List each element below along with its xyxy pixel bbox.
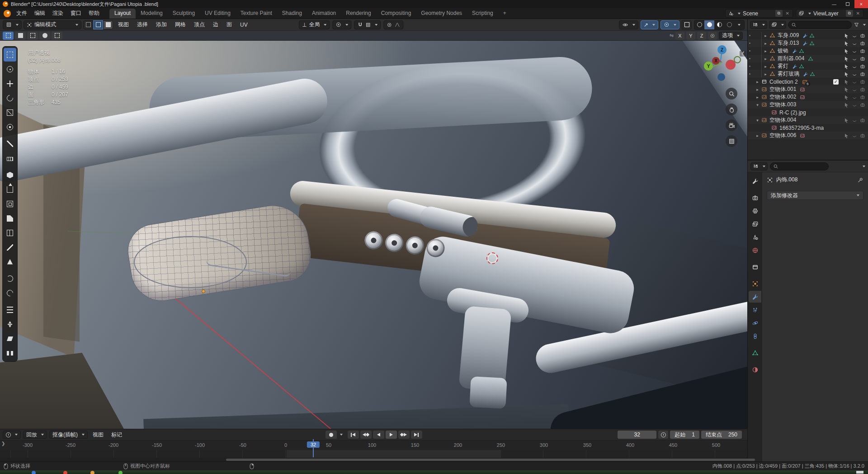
hide-viewport-icon[interactable]	[852, 71, 857, 77]
unlink-scene-icon[interactable]: ✕	[785, 11, 790, 16]
mesh-data-icon[interactable]	[809, 41, 815, 46]
tool-add-cube[interactable]	[4, 168, 16, 182]
expand-icon[interactable]: ▸	[763, 33, 768, 38]
properties-editor-type[interactable]	[750, 162, 768, 171]
tab-compositing[interactable]: Compositing	[376, 9, 416, 19]
snap-toggle[interactable]	[354, 20, 381, 29]
hide-viewport-icon[interactable]	[852, 64, 857, 69]
hide-viewport-icon[interactable]	[852, 33, 857, 38]
expand-icon[interactable]: ▸	[755, 87, 760, 92]
overlays-toggle[interactable]	[660, 20, 679, 29]
selectable-icon[interactable]	[844, 71, 849, 77]
rendered-shading-button[interactable]	[724, 20, 734, 29]
expand-icon[interactable]: ▸	[763, 64, 768, 69]
hide-render-icon[interactable]	[860, 133, 865, 138]
hide-viewport-icon[interactable]	[852, 95, 857, 100]
menu-select[interactable]: 选择	[134, 20, 151, 29]
timeline-scrollbar-thumb[interactable]	[226, 459, 755, 461]
prev-keyframe-button[interactable]	[360, 431, 372, 439]
xray-toggle[interactable]	[682, 20, 692, 29]
menu-file[interactable]: 文件	[13, 9, 31, 18]
outliner-row-mesh[interactable]: ▸雾灯玻璃	[748, 70, 868, 78]
modifier-wrench-icon[interactable]	[792, 48, 797, 54]
properties-search-input[interactable]	[780, 164, 826, 169]
tab-animation[interactable]: Animation	[307, 9, 341, 19]
hide-render-icon[interactable]	[860, 95, 865, 100]
sidebar-expand-arrow[interactable]: ❮	[740, 51, 746, 57]
hide-viewport-icon[interactable]	[852, 56, 857, 62]
tab-material[interactable]	[749, 364, 761, 375]
mesh-data-icon[interactable]	[799, 64, 804, 69]
menu-uv[interactable]: UV	[237, 21, 251, 29]
menu-edit[interactable]: 编辑	[31, 9, 49, 18]
tab-particles[interactable]	[749, 304, 761, 316]
mesh-data-icon[interactable]	[808, 56, 813, 62]
material-preview-button[interactable]	[714, 20, 724, 29]
tab-view-layer[interactable]	[749, 218, 761, 230]
tab-geometry-nodes[interactable]: Geometry Nodes	[416, 9, 467, 19]
tab-constraints[interactable]	[749, 330, 761, 342]
mirror-x-button[interactable]: X	[675, 32, 684, 40]
zoom-button[interactable]	[726, 88, 737, 100]
current-frame-field[interactable]: 32	[618, 431, 656, 439]
taskbar-app-icon[interactable]	[32, 471, 36, 474]
tool-measure[interactable]	[4, 152, 16, 165]
playhead-frame-label[interactable]: 32	[307, 441, 320, 448]
tab-world[interactable]	[749, 244, 761, 256]
tool-select-box[interactable]	[4, 48, 16, 62]
hide-render-icon[interactable]	[860, 64, 865, 69]
hide-viewport-icon[interactable]	[852, 87, 857, 92]
image-data-icon[interactable]	[800, 87, 805, 92]
wireframe-shading-button[interactable]	[694, 20, 704, 29]
options-dropdown[interactable]: 选项	[719, 32, 743, 40]
menu-window[interactable]: 窗口	[67, 9, 85, 18]
hide-viewport-icon[interactable]	[852, 48, 857, 54]
taskbar-app-icon[interactable]	[90, 471, 94, 474]
tab-add-workspace[interactable]: +	[498, 9, 511, 19]
tool-poly-build[interactable]	[4, 255, 16, 269]
menu-render[interactable]: 渲染	[49, 9, 67, 18]
filter-icon[interactable]	[854, 22, 859, 28]
tab-layout[interactable]: Layout	[109, 9, 136, 19]
outliner-row-collection[interactable]: ▸Collection 25✓	[748, 78, 868, 85]
hide-render-icon[interactable]	[860, 71, 865, 77]
outliner-search[interactable]	[788, 21, 852, 29]
expand-icon[interactable]: ▸	[755, 80, 760, 84]
hide-render-icon[interactable]	[860, 102, 865, 108]
auto-key-button[interactable]	[326, 431, 337, 439]
scene-selector[interactable]: Scene ⧉ ✕	[725, 9, 793, 18]
jump-to-start-button[interactable]	[348, 431, 359, 439]
pivot-point-selector[interactable]	[333, 20, 352, 29]
tab-modifiers[interactable]	[749, 291, 761, 303]
outliner-row-mesh[interactable]: ▸雾灯	[748, 62, 868, 70]
tool-smooth[interactable]	[4, 286, 16, 300]
expand-icon[interactable]: ▸	[763, 41, 768, 46]
remove-viewlayer-icon[interactable]: ✕	[855, 11, 861, 16]
selectable-icon[interactable]	[844, 102, 849, 108]
keying-menu[interactable]: 抠像(插帧)	[49, 431, 88, 439]
select-invert-button[interactable]	[39, 32, 50, 40]
hide-render-icon[interactable]	[860, 79, 865, 85]
tab-output[interactable]	[749, 205, 761, 217]
viewlayer-selector[interactable]: ViewLayer ⧉ ✕	[796, 9, 863, 18]
outliner-row-empty[interactable]: ▾空物体.004	[748, 116, 868, 124]
mesh-data-icon[interactable]	[810, 71, 815, 77]
frame-end-field[interactable]: 结束点250	[701, 431, 742, 439]
outliner-row-mesh[interactable]: ▸车身.009	[748, 32, 868, 39]
tab-object-data[interactable]	[749, 347, 761, 359]
play-button[interactable]	[386, 431, 397, 439]
outliner-row-image-data[interactable]: R-C (2).jpg	[748, 109, 868, 116]
gizmo-z-neg-axis[interactable]	[717, 73, 725, 81]
navigation-gizmo[interactable]: Z X Y	[700, 44, 739, 83]
proportional-editing-toggle[interactable]	[384, 20, 404, 29]
tool-scale[interactable]	[4, 106, 16, 119]
timeline-marker-menu[interactable]: 标记	[108, 430, 125, 440]
tab-tool[interactable]	[749, 175, 761, 187]
hide-render-icon[interactable]	[860, 87, 865, 92]
tab-scene[interactable]	[749, 231, 761, 243]
modifier-wrench-icon[interactable]	[803, 71, 808, 77]
solid-shading-button[interactable]	[704, 20, 714, 29]
3d-viewport[interactable]: 用户透视 (32) 内饰.008 物体1 / 16 顶点0 / 253 边0 /…	[0, 41, 747, 429]
expand-icon[interactable]: ▸	[763, 49, 768, 53]
select-subtract-button[interactable]	[27, 32, 38, 40]
